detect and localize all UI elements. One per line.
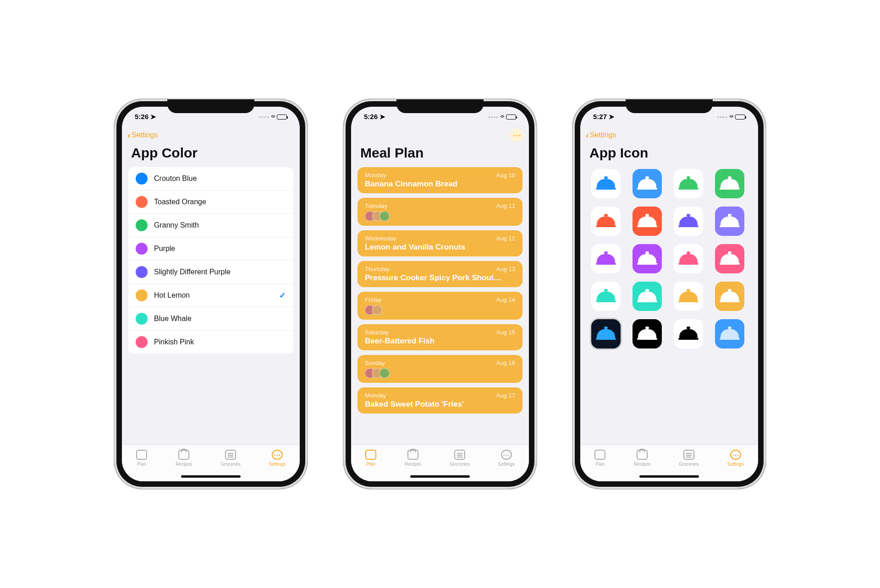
color-name: Granny Smith	[154, 221, 199, 229]
color-swatch	[136, 313, 148, 325]
meal-card[interactable]: Sunday Aug 16	[358, 355, 522, 383]
app-icon-option[interactable]	[632, 169, 662, 198]
tab-settings[interactable]: ⋯ Settings	[727, 450, 744, 467]
tab-recipes[interactable]: Recipes	[405, 450, 421, 467]
app-icon-option[interactable]	[674, 319, 703, 348]
color-row[interactable]: Purple	[128, 237, 293, 261]
meal-date: Aug 16	[496, 359, 515, 366]
tab-settings[interactable]: ⋯ Settings	[498, 450, 515, 467]
app-icon-option[interactable]	[591, 244, 621, 273]
plan-icon	[136, 450, 147, 460]
app-icon-option[interactable]	[632, 207, 662, 236]
tab-plan[interactable]: Plan	[594, 450, 605, 467]
tab-label: Plan	[137, 462, 146, 467]
app-icon-option[interactable]	[715, 169, 744, 198]
meal-card[interactable]: Thursday Aug 13 Pressure Cooker Spicy Po…	[358, 261, 522, 287]
meal-card[interactable]: Tuesday Aug 11	[358, 198, 522, 226]
meal-card[interactable]: Monday Aug 17 Baked Sweet Potato 'Fries'	[358, 387, 522, 414]
tab-plan[interactable]: Plan	[365, 450, 376, 467]
app-icon-option[interactable]	[715, 207, 744, 236]
cloche-icon	[597, 178, 615, 190]
recipes-icon	[407, 450, 418, 460]
app-icon-option[interactable]	[632, 319, 662, 348]
meal-card[interactable]: Wednesday Aug 12 Lemon and Vanilla Cronu…	[358, 230, 522, 256]
color-row[interactable]: Slightly Different Purple	[128, 261, 293, 284]
app-icon-option[interactable]	[674, 282, 703, 311]
color-row[interactable]: Blue Whale	[128, 307, 293, 331]
battery-icon	[277, 114, 287, 120]
app-icon-option[interactable]	[715, 244, 744, 273]
back-button[interactable]: ‹ Settings	[127, 130, 158, 141]
tab-label: Plan	[595, 462, 605, 467]
meal-day: Thursday	[365, 266, 390, 272]
color-name: Hot Lemon	[154, 291, 190, 299]
tab-settings[interactable]: ⋯ Settings	[269, 450, 286, 467]
tab-label: Settings	[269, 462, 286, 467]
notch	[167, 99, 254, 113]
app-icon-option[interactable]	[591, 207, 621, 236]
more-button[interactable]: ⋯	[510, 128, 523, 142]
groceries-icon	[454, 450, 465, 460]
app-icon-option[interactable]	[674, 244, 703, 273]
page-title: Meal Plan	[351, 143, 529, 167]
app-icon-option[interactable]	[674, 207, 703, 236]
cloche-icon	[597, 290, 615, 302]
tab-label: Groceries	[679, 462, 698, 467]
color-swatch	[136, 289, 148, 301]
app-icon-option[interactable]	[715, 319, 744, 348]
tab-groceries[interactable]: Groceries	[450, 450, 469, 467]
app-icon-option[interactable]	[715, 282, 744, 311]
meal-thumb-icon	[380, 368, 390, 378]
tab-groceries[interactable]: Groceries	[679, 450, 698, 467]
groceries-icon	[225, 450, 236, 460]
color-row[interactable]: Crouton Blue	[128, 167, 293, 191]
meal-thumb-icon	[372, 305, 382, 315]
app-icon-option[interactable]	[632, 244, 662, 273]
meal-thumb-icon	[380, 211, 390, 221]
color-name: Crouton Blue	[154, 174, 197, 183]
groceries-icon	[683, 450, 694, 460]
color-name: Blue Whale	[154, 315, 192, 323]
chevron-left-icon: ‹	[586, 130, 589, 141]
home-indicator[interactable]	[410, 475, 470, 478]
meal-name: Banana Cinnamon Bread	[365, 180, 515, 189]
meal-date: Aug 13	[496, 266, 515, 272]
cloche-icon	[638, 253, 656, 265]
color-list: Crouton Blue Toasted Orange Granny Smith…	[128, 167, 293, 354]
meal-thumbs	[365, 305, 515, 315]
color-row[interactable]: Granny Smith	[128, 214, 293, 237]
color-name: Purple	[154, 245, 175, 253]
color-name: Slightly Different Purple	[154, 268, 231, 276]
tab-recipes[interactable]: Recipes	[176, 450, 192, 467]
tab-label: Settings	[727, 462, 744, 467]
phone-app-color: 5:26 ➤ ●●●● ⌔ ‹ Settings App Color Crout…	[115, 99, 307, 489]
meal-name: Lemon and Vanilla Cronuts	[365, 243, 515, 252]
icon-grid	[587, 167, 752, 350]
meal-card[interactable]: Monday Aug 10 Banana Cinnamon Bread	[358, 167, 522, 193]
ellipsis-icon: ⋯	[513, 130, 520, 140]
meal-card[interactable]: Friday Aug 14	[358, 292, 522, 320]
color-row[interactable]: Toasted Orange	[128, 191, 293, 214]
home-indicator[interactable]	[639, 475, 699, 478]
meal-name: Baked Sweet Potato 'Fries'	[365, 400, 515, 409]
tab-recipes[interactable]: Recipes	[634, 450, 650, 467]
app-icon-option[interactable]	[591, 319, 621, 348]
color-row[interactable]: Hot Lemon ✓	[128, 284, 293, 307]
tab-groceries[interactable]: Groceries	[220, 450, 240, 467]
home-indicator[interactable]	[181, 475, 241, 478]
color-row[interactable]: Pinkish Pink	[128, 331, 293, 354]
app-icon-option[interactable]	[591, 282, 621, 311]
cloche-icon	[679, 328, 698, 340]
app-icon-option[interactable]	[674, 169, 703, 198]
tab-plan[interactable]: Plan	[136, 450, 147, 467]
color-swatch	[136, 266, 148, 278]
app-icon-option[interactable]	[632, 282, 662, 311]
meal-name: Pressure Cooker Spicy Pork Shoul…	[365, 273, 515, 283]
color-swatch	[136, 196, 148, 208]
cloche-icon	[679, 178, 698, 190]
meal-name: Beer-Battered Fish	[365, 337, 515, 346]
back-button[interactable]: ‹ Settings	[586, 130, 616, 141]
notch	[396, 99, 484, 113]
app-icon-option[interactable]	[591, 169, 621, 198]
meal-card[interactable]: Saturday Aug 15 Beer-Battered Fish	[358, 324, 522, 350]
